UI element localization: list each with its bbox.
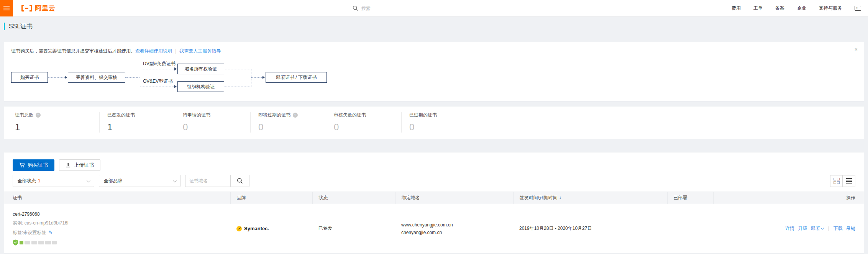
- usage-guide-text-row: 证书购买后，需要完善证书信息并提交审核通过后才能使用。查看详细使用说明|我需要人…: [11, 48, 856, 54]
- flow-box-domain-verify: 域名所有权验证: [177, 64, 224, 74]
- view-docs-link[interactable]: 查看详细使用说明: [135, 48, 172, 54]
- header-deployed: 已部署: [667, 192, 713, 204]
- flow-box-org-verify: 组织机构验证: [177, 81, 224, 92]
- redacted-block: [38, 241, 44, 244]
- global-search[interactable]: [353, 0, 468, 16]
- header-actions: 操作: [713, 192, 864, 204]
- cell-certificate: cert-2796068 实例: cas-cn-mp91d9bi716l 标签:…: [4, 204, 230, 253]
- chevron-down-icon: [173, 179, 177, 182]
- flow-connector: [251, 69, 251, 87]
- redacted-block: [25, 241, 30, 244]
- status-filter-count: 1: [38, 178, 41, 184]
- help-icon[interactable]: ?: [293, 113, 298, 118]
- certificate-id[interactable]: cert-2796068: [13, 211, 230, 217]
- upload-certificate-button[interactable]: 上传证书: [59, 159, 100, 171]
- chevron-down-icon: [87, 179, 90, 182]
- flow-connector: [140, 69, 140, 87]
- flow-connector: [48, 77, 65, 78]
- banner-separator: |: [175, 48, 176, 54]
- deployed-value: --: [673, 226, 676, 231]
- card-view-icon: [834, 178, 840, 184]
- list-view-button[interactable]: [843, 175, 855, 187]
- flow-label-dv: DV型&免费证书: [143, 61, 176, 67]
- detail-link[interactable]: 详情: [785, 226, 794, 231]
- status-text: 已签发: [318, 226, 332, 231]
- deploy-link[interactable]: 部署: [811, 226, 824, 231]
- brand-name: Symantec.: [244, 226, 269, 231]
- table-row: cert-2796068 实例: cas-cn-mp91d9bi716l 标签:…: [4, 204, 864, 253]
- certificate-list-card: 购买证书 上传证书 全部状态1 全部品牌: [4, 152, 864, 254]
- cell-status: 已签发: [312, 204, 395, 253]
- certificate-stats-card: 证书总数? 1 已签发的证书 1 待申请的证书 0 即将过期的证书? 0 审核失…: [4, 106, 864, 139]
- status-filter-dropdown[interactable]: 全部状态1: [13, 175, 94, 187]
- header-domain: 绑定域名: [395, 192, 513, 204]
- nav-item-icp[interactable]: 备案: [775, 5, 784, 11]
- sort-descending-icon[interactable]: ↓: [559, 195, 561, 200]
- stat-expired: 已过期的证书 0: [401, 112, 477, 133]
- logo-bracket-left-icon: [21, 5, 24, 11]
- stat-expiring-label: 即将过期的证书: [258, 112, 290, 118]
- global-search-input[interactable]: [361, 6, 453, 11]
- flow-box-buy: 购买证书: [11, 72, 48, 83]
- console-terminal-icon[interactable]: >_: [855, 6, 861, 11]
- upload-icon: [66, 162, 71, 168]
- top-navbar: 阿里云 费用 工单 备案 企业 支持与服务 >_: [0, 0, 868, 16]
- domain-search-button[interactable]: [230, 175, 249, 187]
- search-icon: [353, 5, 358, 11]
- nav-item-enterprise[interactable]: 企业: [797, 5, 806, 11]
- certificate-flow-diagram: 购买证书 完善资料、提交审核 DV型&免费证书 OV&EV型证书 域名所有权验证…: [11, 60, 333, 95]
- stat-issued-value: 1: [107, 122, 175, 133]
- flow-arrow-icon: [65, 76, 67, 79]
- bound-domain-2: chenyangjie.com.cn: [401, 229, 513, 236]
- header-certificate: 证书: [4, 192, 230, 204]
- redacted-block: [31, 241, 37, 244]
- symantec-logo-icon: [236, 226, 242, 231]
- action-separator: |: [828, 226, 829, 231]
- nav-item-support[interactable]: 支持与服务: [819, 5, 842, 11]
- redacted-block: [45, 241, 51, 244]
- download-link[interactable]: 下载: [834, 226, 843, 231]
- stat-pending-label: 待申请的证书: [183, 112, 210, 118]
- flow-connector: [224, 87, 251, 87]
- stat-failed-value: 0: [334, 122, 401, 133]
- flow-arrow-icon: [263, 76, 265, 79]
- buy-certificate-button[interactable]: 购买证书: [13, 159, 54, 171]
- close-icon[interactable]: ×: [855, 47, 858, 52]
- brand-filter-dropdown[interactable]: 全部品牌: [99, 175, 180, 187]
- nav-item-billing[interactable]: 费用: [732, 5, 741, 11]
- revoke-link[interactable]: 吊销: [846, 226, 855, 231]
- aliyun-logo[interactable]: 阿里云: [21, 4, 56, 13]
- toolbar: 购买证书 上传证书: [4, 159, 864, 171]
- usage-guide-card: 证书购买后，需要完善证书信息并提交审核通过后才能使用。查看详细使用说明|我需要人…: [4, 42, 864, 102]
- domain-search-input[interactable]: [185, 175, 230, 187]
- cell-deployed: --: [667, 204, 713, 253]
- cell-brand: Symantec.: [230, 204, 312, 253]
- stat-pending: 待申请的证书 0: [175, 112, 250, 133]
- cell-dates: 2019年10月28日 - 2020年10月27日: [513, 204, 667, 253]
- stat-expiring: 即将过期的证书? 0: [250, 112, 326, 133]
- logo-bracket-right-icon: [30, 5, 32, 11]
- certificate-table: 证书 品牌 状态 绑定域名 签发时间/到期时间↓ 已部署 操作 cert-279…: [4, 192, 864, 253]
- card-view-button[interactable]: [830, 175, 843, 187]
- flow-box-deploy: 部署证书 / 下载证书: [266, 72, 327, 83]
- chevron-down-icon: [821, 226, 824, 229]
- hamburger-menu-icon[interactable]: [0, 0, 13, 16]
- edit-tag-icon[interactable]: ✎: [48, 229, 53, 235]
- flow-connector: [140, 69, 174, 69]
- help-icon[interactable]: ?: [36, 113, 41, 118]
- stat-failed-label: 审核失败的证书: [334, 112, 366, 118]
- flow-arrow-icon: [174, 67, 177, 70]
- page-title: SSL证书: [4, 23, 33, 30]
- cell-domains: www.chenyangjie.com.cn chenyangjie.com.c…: [395, 204, 513, 253]
- header-brand: 品牌: [230, 192, 312, 204]
- redacted-block: [20, 241, 23, 244]
- certificate-instance: 实例: cas-cn-mp91d9bi716l: [13, 220, 230, 226]
- header-status: 状态: [312, 192, 395, 204]
- stat-issued: 已签发的证书 1: [99, 112, 175, 133]
- nav-item-tickets[interactable]: 工单: [753, 5, 763, 11]
- flow-connector: [224, 69, 251, 69]
- upgrade-link[interactable]: 升级: [798, 226, 807, 231]
- manual-service-link[interactable]: 我需要人工服务指导: [179, 48, 221, 54]
- header-dates[interactable]: 签发时间/到期时间↓: [513, 192, 667, 204]
- buy-certificate-label: 购买证书: [28, 162, 48, 169]
